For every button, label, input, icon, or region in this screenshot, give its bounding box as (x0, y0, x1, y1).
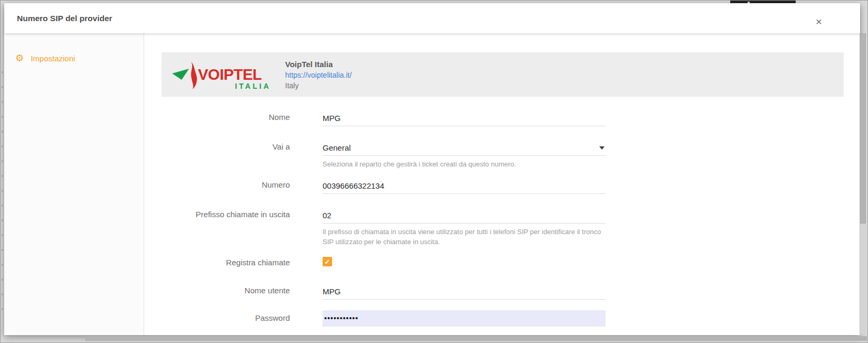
sidebar-item-label: Impostazioni (31, 54, 75, 63)
settings-panel: VOIPTEL ITALIA VoipTel Italia https://vo… (145, 33, 860, 335)
vai-a-selected-value: General (323, 143, 351, 152)
close-icon[interactable]: × (816, 16, 822, 27)
provider-info: VoipTel Italia https://voiptelitalia.it/… (285, 60, 352, 90)
numero-label: Numero (145, 180, 290, 189)
browser-viewport: Numero SIP del provider × Impostazioni V… (0, 0, 868, 343)
password-label: Password (145, 313, 290, 322)
modal-header: Numero SIP del provider × (4, 3, 860, 33)
password-input[interactable]: ••••••••••• (323, 310, 606, 327)
vai-a-label: Vai a (145, 142, 290, 151)
provider-name: VoipTel Italia (285, 60, 352, 69)
provider-url-link[interactable]: https://voiptelitalia.it/ (285, 71, 352, 79)
nome-utente-label: Nome utente (145, 286, 290, 295)
scrollbar-thumb[interactable] (860, 33, 866, 224)
modal-title: Numero SIP del provider (17, 3, 112, 33)
background-page-fragment (2, 59, 3, 321)
nome-input[interactable]: MPG (323, 110, 606, 126)
registra-chiamate-checkbox[interactable]: ✓ (323, 257, 332, 266)
background-page-bottom-edge (85, 336, 867, 341)
sip-provider-modal: Numero SIP del provider × Impostazioni V… (4, 3, 860, 335)
vai-a-select[interactable]: General (323, 140, 606, 156)
page-scrollbar[interactable] (860, 33, 866, 334)
provider-card: VOIPTEL ITALIA VoipTel Italia https://vo… (162, 52, 844, 97)
prefisso-input[interactable]: 02 (323, 208, 606, 224)
nome-utente-input[interactable]: MPG (323, 284, 606, 300)
prefisso-label: Prefisso chiamate in uscita (145, 210, 290, 219)
gear-icon (15, 52, 24, 64)
chevron-down-icon (599, 146, 605, 150)
voiptel-logo: VOIPTEL ITALIA (169, 58, 272, 91)
svg-text:ITALIA: ITALIA (235, 82, 271, 90)
sidebar: Impostazioni (4, 33, 144, 335)
vai-a-helper: Seleziona il reparto che gestirà i ticke… (323, 159, 610, 169)
sidebar-item-impostazioni[interactable]: Impostazioni (15, 52, 75, 64)
provider-country: Italy (285, 81, 352, 90)
svg-text:VOIPTEL: VOIPTEL (198, 66, 262, 83)
nome-label: Nome (145, 113, 290, 122)
prefisso-helper: Il prefisso di chiamata in uscita viene … (323, 227, 610, 247)
registra-chiamate-label: Registra chiamate (145, 258, 290, 267)
modal-body: Impostazioni VOIPTEL ITALIA VoipTel Ital… (4, 33, 860, 335)
numero-input[interactable]: 00396666322134 (323, 178, 606, 194)
